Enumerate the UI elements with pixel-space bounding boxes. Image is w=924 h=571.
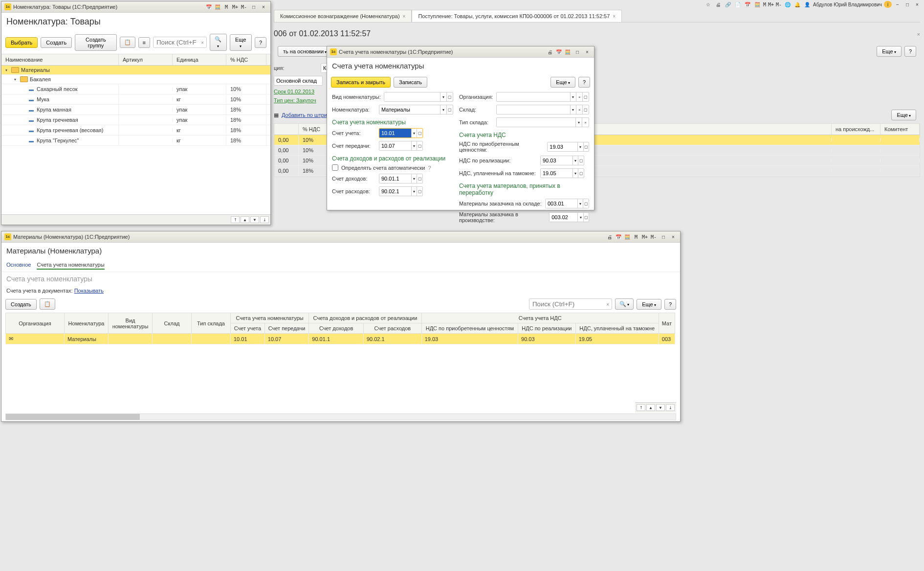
calc-icon[interactable]: 🧮 [753,1,761,8]
col-expense[interactable]: Счет расходов [363,323,421,334]
dropdown-icon[interactable]: ▾ [575,118,582,127]
open-icon[interactable]: ▢ [583,142,589,151]
subtab-main[interactable]: Основное [6,261,31,270]
col-account[interactable]: Счет учета [231,323,265,334]
m-minus-icon[interactable]: M- [650,233,658,241]
dropdown-icon[interactable]: ▾ [411,141,417,150]
maximize-icon[interactable]: □ [903,1,911,8]
print-icon[interactable]: 🖨 [546,48,554,56]
warehouse-input[interactable] [497,105,570,114]
clear-icon[interactable]: × [576,92,582,101]
tree-child-row[interactable]: ▾ Бакалея [1,75,270,84]
print-icon[interactable]: 🖨 [606,233,614,241]
vat-in-input[interactable] [548,142,577,151]
tab-close-icon[interactable]: × [403,14,406,19]
info-icon[interactable]: i [884,1,892,8]
maximize-icon[interactable]: □ [660,233,667,240]
help-button[interactable]: ? [255,37,266,48]
nav-first-icon[interactable]: ⤒ [231,216,240,223]
calc-icon[interactable]: 🧮 [564,48,572,56]
col-income[interactable]: Счет доходов [309,323,364,334]
tree-root-row[interactable]: ▾ Материалы [1,66,270,75]
search-input[interactable] [153,37,207,48]
vat-customs-input[interactable] [541,169,572,178]
term-link[interactable]: Срок 01.02.2013 [274,89,314,94]
col-vat-in[interactable]: НДС по приобретенным ценностям [421,323,518,334]
collapse-icon[interactable]: ▾ [14,77,20,82]
open-icon[interactable]: ▢ [446,92,453,101]
dropdown-icon[interactable]: ▾ [570,92,576,101]
close-icon[interactable]: × [669,233,677,240]
dropdown-icon[interactable]: ▾ [577,213,583,222]
m-icon[interactable]: M [632,233,640,241]
create-button[interactable]: Создать [5,299,37,310]
open-icon[interactable]: ▢ [578,169,584,178]
doc-icon[interactable]: 📄 [734,1,742,8]
income-input[interactable] [379,174,411,183]
clear-icon[interactable]: × [582,118,589,127]
nav-up-icon[interactable]: ▲ [646,404,655,411]
tree-item-row[interactable]: Крупа гречневая (весовая)кг18% [1,125,270,136]
col-nomen[interactable]: Номенклатура [65,313,109,334]
dropdown-icon[interactable]: ▾ [572,156,578,165]
open-icon[interactable]: ▢ [417,187,422,196]
m-minus-icon[interactable]: M- [240,3,248,11]
mat-stock-input[interactable] [546,199,577,208]
tab-close-icon[interactable]: × [613,14,616,19]
grid-more-button[interactable]: Еще [891,110,916,120]
close-icon[interactable]: × [260,3,267,10]
create-button[interactable]: Создать [41,37,72,48]
tree-item-row[interactable]: Крупа маннаяупак18% [1,105,270,115]
clear-icon[interactable]: × [606,301,609,307]
vat-out-input[interactable] [541,156,572,165]
col-article[interactable]: Артикул [119,54,173,65]
dropdown-icon[interactable]: ▾ [411,174,417,183]
col-transfer[interactable]: Счет передачи [264,323,308,334]
calc-icon[interactable]: 🧮 [214,3,221,11]
help-icon[interactable]: ? [428,165,431,171]
mat-prod-input[interactable] [550,213,577,222]
col-vat[interactable]: % НДС [226,54,266,65]
col-grp-accounts[interactable]: Счета учета номенклатуры [231,313,309,323]
open-icon[interactable]: ▢ [582,105,589,114]
col-origin[interactable]: на происхожд... [832,124,880,135]
wtype-input[interactable] [497,118,575,127]
col-name[interactable]: Наименование [1,54,119,65]
open-icon[interactable]: ▢ [417,141,422,150]
col-grp-vat[interactable]: Счета учета НДС [421,313,659,323]
doc-close-icon[interactable]: × [917,31,920,37]
clear-icon[interactable]: × [576,105,582,114]
col-org[interactable]: Организация [6,313,65,334]
h-scrollbar[interactable] [5,413,676,420]
open-icon[interactable]: ▢ [446,105,453,114]
m-plus-label[interactable]: M+ [768,2,774,7]
nav-first-icon[interactable]: ⤒ [637,404,645,411]
tree-item-row[interactable]: Сахарный песокупак10% [1,84,270,94]
search-button[interactable]: 🔍 [210,34,227,51]
open-icon[interactable]: ▢ [417,129,422,137]
transfer-input[interactable] [379,141,411,150]
close-icon[interactable]: × [583,48,591,55]
maximize-icon[interactable]: □ [573,48,581,55]
col-komitent[interactable]: Комитент [880,124,920,135]
col-kind[interactable]: Вид номенклатуры [109,313,153,334]
tab-receipt[interactable]: Поступление: Товары, услуги, комиссия КП… [412,10,622,22]
scrollbar-thumb[interactable] [6,414,140,420]
link-icon[interactable]: 🔗 [724,1,732,8]
help-button[interactable]: ? [578,77,590,88]
clear-icon[interactable]: × [201,40,204,45]
col-grp-mat[interactable]: Мат [659,313,675,334]
m-plus-icon[interactable]: M+ [231,3,239,11]
col-vat-out[interactable]: НДС по реализации [518,323,576,334]
nav-up-icon[interactable]: ▲ [241,216,249,223]
tab-commission[interactable]: Комиссионное вознаграждение (Номенклатур… [274,10,412,22]
nav-last-icon[interactable]: ⤓ [260,216,269,223]
tree-item-row[interactable]: Крупа гречневаяупак18% [1,115,270,125]
m-icon[interactable]: M [222,3,230,11]
print-icon[interactable]: 🖨 [714,1,722,8]
dropdown-icon[interactable]: ▾ [572,169,578,178]
globe-icon[interactable]: 🌐 [784,1,792,8]
nomen-input[interactable] [379,105,440,114]
open-icon[interactable]: ▢ [578,156,584,165]
table-row[interactable]: ✉ Материалы 10.01 10.07 90.01.1 90.02.1 … [6,334,675,344]
